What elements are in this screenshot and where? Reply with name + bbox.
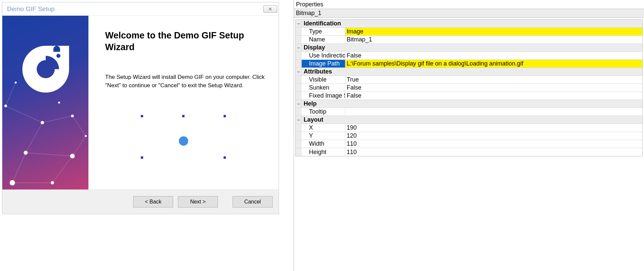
collapse-icon[interactable]: − — [296, 100, 302, 108]
property-value[interactable]: Image — [345, 28, 642, 35]
wizard-body: The Setup Wizard will install Demo GIF o… — [105, 73, 269, 90]
category-label: Attributes — [302, 68, 642, 76]
svg-line-5 — [72, 116, 86, 136]
svg-point-20 — [58, 102, 60, 104]
svg-line-1 — [6, 106, 42, 123]
collapse-icon[interactable]: − — [296, 20, 302, 27]
handle-ne[interactable] — [224, 115, 226, 117]
back-button[interactable]: < Back — [133, 196, 173, 208]
property-row[interactable]: Tooltip — [296, 108, 642, 116]
property-label: Tooltip — [302, 108, 345, 116]
property-value[interactable]: False — [345, 84, 642, 92]
property-label: X — [302, 124, 345, 132]
handle-n[interactable] — [182, 115, 185, 117]
category-label: Help — [302, 100, 642, 108]
property-row[interactable]: Y120 — [296, 132, 642, 140]
handle-w[interactable] — [141, 156, 143, 159]
window-title: Demo GIF Setup — [7, 5, 263, 13]
collapse-icon[interactable]: − — [296, 44, 302, 51]
svg-point-13 — [71, 115, 74, 117]
property-row[interactable]: Height110 — [296, 148, 642, 156]
property-row[interactable]: Width110 — [296, 140, 642, 148]
svg-point-15 — [24, 151, 28, 155]
property-label: Name — [302, 36, 345, 43]
next-button[interactable]: Next > — [178, 196, 218, 208]
property-row[interactable]: SunkenFalse — [296, 84, 642, 92]
handle-nw[interactable] — [141, 115, 143, 117]
property-row[interactable]: X190 — [296, 124, 642, 132]
property-value[interactable]: False — [345, 52, 642, 59]
category-help[interactable]: −Help — [296, 100, 642, 108]
wizard-banner — [2, 16, 88, 189]
svg-line-8 — [52, 156, 72, 183]
svg-point-16 — [70, 154, 75, 158]
svg-line-10 — [6, 83, 16, 106]
property-value[interactable]: False — [345, 92, 642, 100]
svg-point-0 — [56, 54, 60, 58]
property-row[interactable]: Fixed Image SizeFalse — [296, 92, 642, 100]
property-value[interactable]: 110 — [345, 140, 642, 148]
property-label: Width — [302, 140, 345, 148]
wizard-heading: Welcome to the Demo GIF Setup Wizard — [105, 30, 269, 53]
category-label: Identification — [302, 20, 642, 27]
property-row[interactable]: NameBitmap_1 — [296, 36, 642, 44]
svg-line-7 — [12, 153, 26, 183]
close-button[interactable]: ✕ — [263, 5, 277, 13]
property-value[interactable]: L:\Forum samples\Display gif file on a d… — [345, 60, 642, 67]
titlebar: Demo GIF Setup ✕ — [2, 2, 279, 16]
wizard-button-bar: < Back Next > Cancel — [2, 189, 279, 214]
collapse-icon[interactable]: − — [296, 68, 302, 76]
property-label: Visible — [302, 76, 345, 84]
properties-panel: Properties Bitmap_1 −IdentificationTypeI… — [294, 0, 644, 271]
svg-point-12 — [41, 121, 44, 124]
property-row[interactable]: Image PathL:\Forum samples\Display gif f… — [296, 60, 642, 68]
svg-point-19 — [15, 82, 17, 84]
svg-line-6 — [72, 136, 86, 156]
property-row[interactable]: TypeImage — [296, 28, 642, 36]
category-label: Display — [302, 44, 642, 51]
svg-line-4 — [26, 153, 72, 156]
property-row[interactable]: Use IndirectionFalse — [296, 52, 642, 60]
category-display[interactable]: −Display — [296, 44, 642, 52]
cancel-button[interactable]: Cancel — [233, 196, 273, 208]
property-label: Use Indirection — [302, 52, 345, 59]
banner-art — [2, 16, 88, 189]
category-layout[interactable]: −Layout — [296, 116, 642, 124]
svg-point-14 — [85, 135, 87, 137]
svg-point-17 — [10, 180, 15, 185]
collapse-icon[interactable]: − — [296, 116, 302, 124]
handle-e[interactable] — [224, 156, 226, 159]
svg-point-18 — [51, 181, 54, 184]
property-value[interactable]: 120 — [345, 132, 642, 140]
property-value[interactable]: 110 — [345, 148, 642, 156]
property-label: Image Path — [302, 60, 345, 67]
svg-line-2 — [42, 116, 72, 123]
category-identification[interactable]: −Identification — [296, 20, 642, 28]
property-label: Fixed Image Size — [302, 92, 345, 100]
category-label: Layout — [302, 116, 642, 124]
loading-dot-icon — [179, 136, 188, 146]
property-value[interactable]: True — [345, 76, 642, 84]
properties-grid: −IdentificationTypeImageNameBitmap_1−Dis… — [295, 19, 643, 156]
svg-line-3 — [26, 123, 42, 153]
property-row[interactable]: VisibleTrue — [296, 76, 642, 84]
properties-object[interactable]: Bitmap_1 — [294, 9, 644, 18]
property-label: Sunken — [302, 84, 345, 92]
setup-dialog: Demo GIF Setup ✕ — [2, 2, 279, 214]
property-value[interactable]: Bitmap_1 — [345, 36, 642, 43]
property-label: Height — [302, 148, 345, 156]
dialog-content: Welcome to the Demo GIF Setup Wizard The… — [2, 16, 279, 189]
property-label: Y — [302, 132, 345, 140]
category-attributes[interactable]: −Attributes — [296, 68, 642, 76]
properties-title: Properties — [294, 0, 644, 9]
property-label: Type — [302, 28, 345, 35]
image-selection-handles[interactable] — [141, 115, 226, 200]
close-icon: ✕ — [268, 6, 272, 12]
property-value[interactable]: 190 — [345, 124, 642, 132]
property-value[interactable] — [345, 108, 642, 116]
svg-point-11 — [4, 105, 7, 107]
